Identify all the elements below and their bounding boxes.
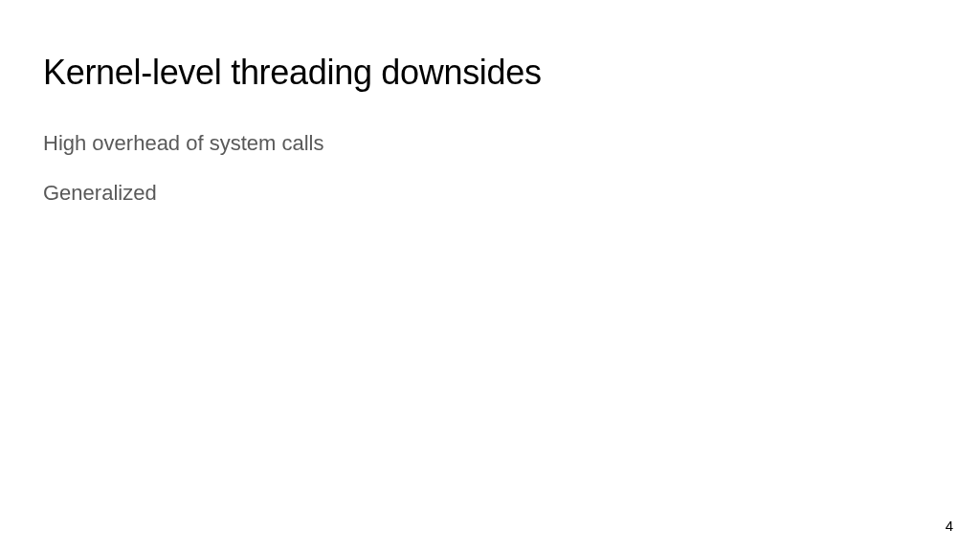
bullet-item: High overhead of system calls xyxy=(43,129,937,158)
page-number: 4 xyxy=(946,518,953,534)
slide-title: Kernel-level threading downsides xyxy=(43,53,937,93)
bullet-item: Generalized xyxy=(43,179,937,208)
slide-container: Kernel-level threading downsides High ov… xyxy=(0,0,980,551)
